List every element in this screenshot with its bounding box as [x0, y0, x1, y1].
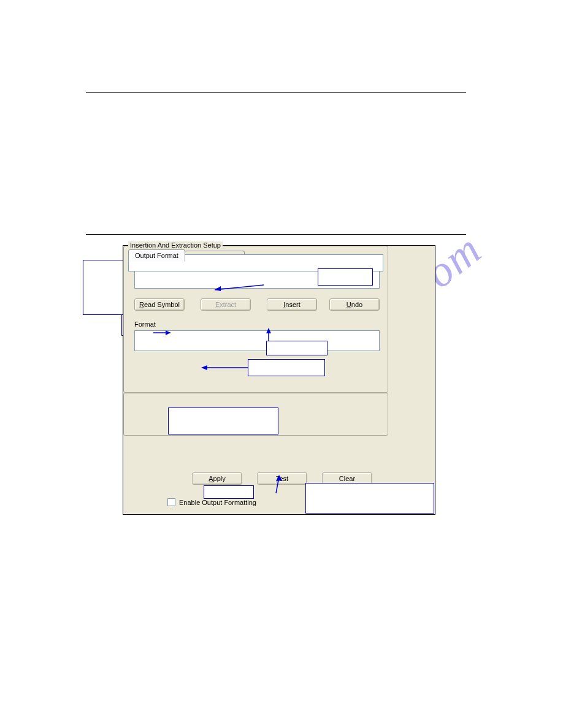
annotation-box-6: [204, 485, 254, 499]
insert-button[interactable]: Insert: [267, 298, 317, 311]
dialog-panel: Output Format Ordered Output Insertion A…: [123, 245, 435, 515]
annotation-box-3: [266, 341, 327, 355]
checkbox-icon[interactable]: [167, 498, 175, 506]
test-button[interactable]: Test: [257, 472, 307, 485]
extract-button: Extract: [201, 298, 251, 311]
tab-output-format[interactable]: Output Format: [128, 249, 185, 262]
annotation-box-2: [318, 268, 373, 286]
undo-button[interactable]: Undo: [329, 298, 380, 311]
annotation-box-7: [305, 483, 434, 514]
format-label: Format: [134, 320, 156, 328]
apply-button[interactable]: Apply: [192, 472, 242, 485]
insertion-group-title: Insertion And Extraction Setup: [128, 241, 223, 249]
annotation-box-4: [248, 359, 325, 376]
page-rule-bottom: [86, 234, 466, 235]
checkbox-label: Enable Output Formatting: [179, 499, 256, 506]
read-symbol-button[interactable]: Read Symbol: [134, 298, 185, 311]
annotation-box-5: [168, 408, 278, 434]
enable-output-formatting-checkbox[interactable]: Enable Output Formatting: [167, 498, 256, 506]
page-rule-top: [86, 92, 466, 93]
format-input[interactable]: [134, 330, 380, 351]
